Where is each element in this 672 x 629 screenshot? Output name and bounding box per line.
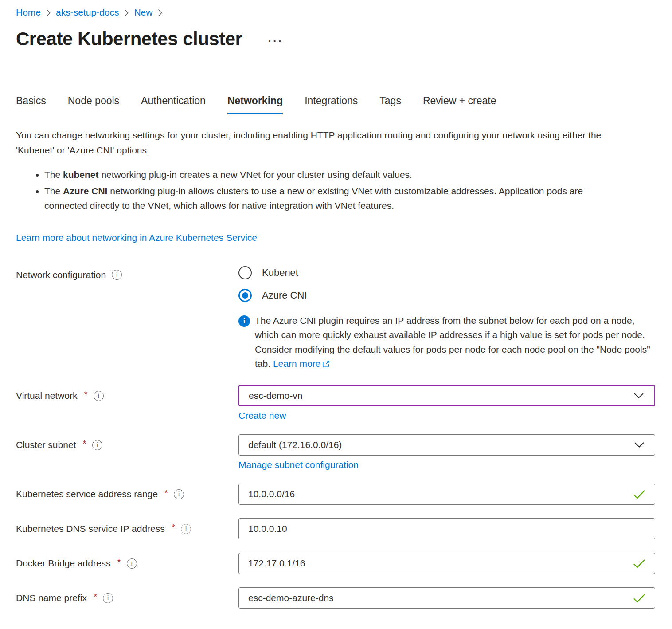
chevron-down-icon [634, 442, 644, 448]
breadcrumb: Home aks-setup-docs New [16, 7, 656, 18]
info-tooltip-icon[interactable]: i [103, 593, 113, 603]
tab-networking[interactable]: Networking [227, 95, 283, 114]
info-filled-icon: i [238, 315, 250, 327]
valid-check-icon [633, 559, 645, 570]
networking-intro-text: You can change networking settings for y… [16, 128, 639, 157]
valid-check-icon [633, 490, 645, 501]
page-title: Create Kubernetes cluster [16, 28, 242, 50]
breadcrumb-aks-setup-docs[interactable]: aks-setup-docs [56, 7, 119, 18]
field-label: Kubernetes DNS service IP address [16, 523, 165, 534]
service-address-range-label-group: Kubernetes service address range * i [16, 484, 238, 505]
field-label: Network configuration [16, 270, 106, 280]
chevron-down-icon [634, 393, 644, 398]
radio-label: Azure CNI [262, 290, 307, 301]
virtual-network-label-group: Virtual network * i [16, 385, 238, 406]
cluster-subnet-row: Cluster subnet * i default (172.16.0.0/1… [16, 434, 656, 470]
service-address-range-row: Kubernetes service address range * i [16, 484, 656, 505]
service-address-range-input[interactable] [238, 484, 655, 505]
tab-tags[interactable]: Tags [379, 95, 401, 114]
radio-selected-icon [238, 289, 252, 302]
bullet-text: networking plug-in allows clusters to us… [44, 186, 583, 211]
field-label: Virtual network [16, 390, 78, 401]
dns-service-ip-input[interactable] [238, 518, 655, 539]
bullet-bold-text: kubenet [63, 169, 99, 180]
required-asterisk: * [84, 389, 88, 400]
docker-bridge-label-group: Docker Bridge address * i [16, 553, 238, 574]
required-asterisk: * [117, 557, 121, 567]
azure-cni-bullet: The Azure CNI networking plug-in allows … [44, 184, 612, 213]
required-asterisk: * [94, 591, 97, 602]
chevron-right-icon [46, 9, 51, 17]
networking-options-list: The kubenet networking plug-in creates a… [16, 167, 612, 213]
breadcrumb-home[interactable]: Home [16, 7, 41, 18]
required-asterisk: * [82, 438, 86, 449]
bullet-text: networking plug-in creates a new VNet fo… [99, 169, 412, 180]
info-tooltip-icon[interactable]: i [181, 524, 191, 534]
tab-integrations[interactable]: Integrations [305, 95, 358, 114]
bullet-bold-text: Azure CNI [63, 186, 107, 196]
valid-check-icon [633, 594, 645, 605]
radio-unselected-icon [238, 266, 252, 279]
info-tooltip-icon[interactable]: i [92, 440, 102, 450]
manage-subnet-configuration-link[interactable]: Manage subnet configuration [238, 460, 359, 470]
field-label: DNS name prefix [16, 593, 87, 603]
dropdown-value: esc-demo-vn [249, 390, 302, 401]
tab-review-create[interactable]: Review + create [423, 95, 496, 114]
dns-name-prefix-row: DNS name prefix * i [16, 587, 656, 609]
field-label: Docker Bridge address [16, 558, 111, 569]
networking-form: Network configuration i Kubenet Azure CN… [16, 266, 656, 609]
required-asterisk: * [172, 522, 175, 533]
info-tooltip-icon[interactable]: i [112, 270, 122, 280]
kubenet-bullet: The kubenet networking plug-in creates a… [44, 167, 612, 182]
more-options-button[interactable]: ··· [265, 31, 286, 47]
dns-service-ip-row: Kubernetes DNS service IP address * i [16, 518, 656, 539]
dns-name-prefix-label-group: DNS name prefix * i [16, 587, 238, 609]
chevron-right-icon [158, 9, 162, 17]
virtual-network-row: Virtual network * i esc-demo-vn Create n… [16, 385, 656, 421]
tab-authentication[interactable]: Authentication [141, 95, 206, 114]
external-link-icon [322, 358, 330, 372]
field-label: Kubernetes service address range [16, 489, 158, 499]
cluster-subnet-label-group: Cluster subnet * i [16, 434, 238, 456]
create-new-vnet-link[interactable]: Create new [238, 410, 286, 421]
breadcrumb-new[interactable]: New [134, 7, 152, 18]
tab-node-pools[interactable]: Node pools [68, 95, 119, 114]
wizard-tabs: Basics Node pools Authentication Network… [16, 95, 656, 114]
tab-basics[interactable]: Basics [16, 95, 46, 114]
info-tooltip-icon[interactable]: i [94, 391, 104, 401]
bullet-text: The [44, 186, 63, 196]
chevron-right-icon [124, 9, 129, 17]
radio-label: Kubenet [262, 267, 298, 279]
bullet-text: The [44, 169, 63, 180]
radio-option-azure-cni[interactable]: Azure CNI [238, 289, 655, 302]
dns-service-ip-label-group: Kubernetes DNS service IP address * i [16, 518, 238, 539]
dns-name-prefix-input[interactable] [238, 587, 655, 609]
learn-more-networking-link[interactable]: Learn more about networking in Azure Kub… [16, 232, 257, 243]
virtual-network-dropdown[interactable]: esc-demo-vn [238, 385, 655, 406]
docker-bridge-input[interactable] [238, 553, 655, 574]
learn-more-link[interactable]: Learn more [273, 358, 330, 369]
info-tooltip-icon[interactable]: i [174, 489, 184, 499]
network-configuration-row: Network configuration i Kubenet Azure CN… [16, 266, 656, 372]
azure-cni-info-note: i The Azure CNI plugin requires an IP ad… [238, 314, 655, 372]
create-kubernetes-cluster-page: Home aks-setup-docs New Create Kubernete… [0, 0, 672, 609]
radio-option-kubenet[interactable]: Kubenet [238, 266, 655, 279]
cluster-subnet-dropdown[interactable]: default (172.16.0.0/16) [238, 434, 655, 456]
info-tooltip-icon[interactable]: i [127, 558, 137, 569]
field-label: Cluster subnet [16, 440, 76, 450]
required-asterisk: * [164, 487, 168, 498]
docker-bridge-row: Docker Bridge address * i [16, 553, 656, 574]
dropdown-value: default (172.16.0.0/16) [248, 440, 342, 450]
network-configuration-label-group: Network configuration i [16, 266, 238, 280]
note-text: The Azure CNI plugin requires an IP addr… [255, 314, 655, 372]
